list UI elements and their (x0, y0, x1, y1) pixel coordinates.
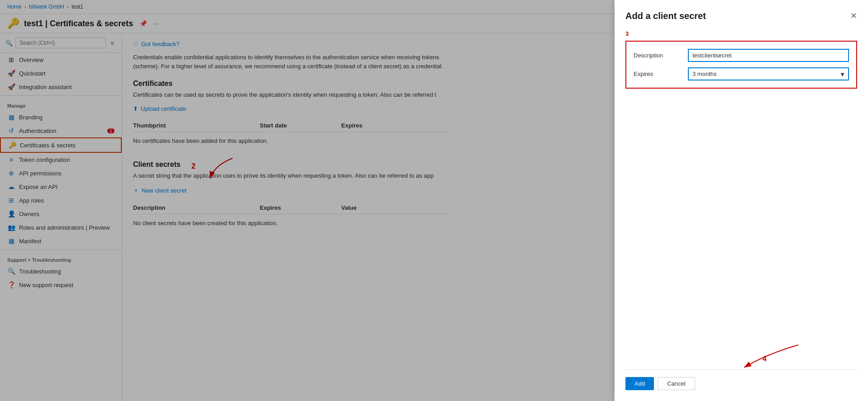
cancel-button[interactable]: Cancel (658, 377, 695, 390)
expires-select-wrapper: 3 months 6 months 12 months 18 months 24… (688, 67, 849, 80)
panel-step-3: 3 (625, 30, 857, 37)
expires-select[interactable]: 3 months 6 months 12 months 18 months 24… (688, 67, 849, 80)
panel-footer: Add Cancel 4 (625, 369, 857, 390)
description-input[interactable] (688, 49, 849, 62)
description-label: Description (634, 52, 688, 59)
expires-label: Expires (634, 71, 688, 77)
panel-close-button[interactable]: ✕ (850, 11, 857, 21)
panel-header: Add a client secret ✕ (625, 11, 857, 21)
arrow-4-svg (730, 340, 812, 377)
expires-row: Expires 3 months 6 months 12 months 18 m… (634, 67, 849, 80)
panel-form: Description Expires 3 months 6 months 12… (625, 41, 857, 89)
add-client-secret-panel: Add a client secret ✕ 3 Description Expi… (615, 0, 868, 401)
add-button[interactable]: Add (625, 377, 654, 390)
overlay-backdrop[interactable]: Add a client secret ✕ 3 Description Expi… (0, 0, 868, 401)
panel-title: Add a client secret (625, 11, 706, 21)
description-row: Description (634, 49, 849, 62)
